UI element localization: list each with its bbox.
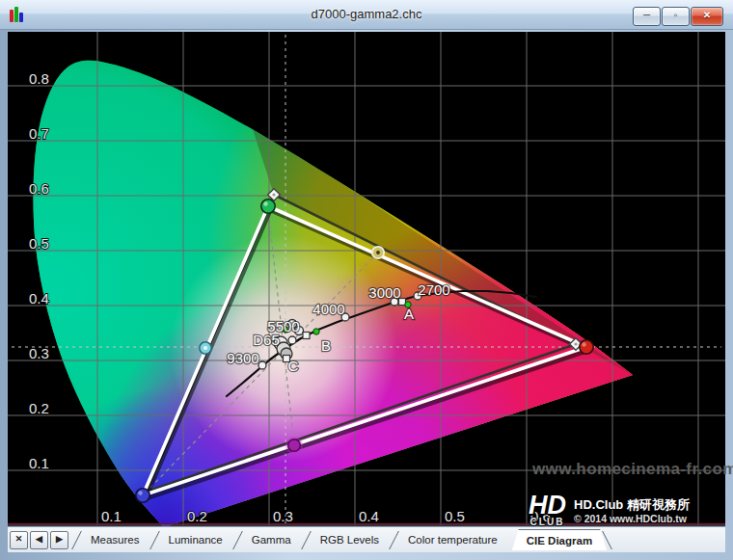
application-window: d7000-gamma2.chc ─ ▫ ✕ [0, 0, 733, 560]
label-illuminant-a: A [404, 306, 414, 322]
label-4000: 4000 [312, 301, 344, 317]
blue-primary-point [136, 489, 149, 502]
magenta-secondary-point [288, 440, 301, 452]
x-tick: 0.5 [445, 508, 465, 524]
tab-close-button[interactable]: ✕ [10, 531, 28, 549]
label-3000: 3000 [368, 284, 400, 301]
tab-color-temperature[interactable]: Color temperature [394, 529, 512, 550]
hd-logo-text: HD [529, 493, 566, 517]
close-button[interactable]: ✕ [691, 7, 723, 26]
x-tick: 0.4 [359, 508, 379, 524]
green-dot-2 [313, 329, 319, 334]
y-tick: 0.1 [29, 455, 49, 471]
cie-diagram-plot: 0.8 0.7 0.6 0.5 0.4 0.3 0.2 0.1 0.1 0.2 … [8, 32, 725, 526]
tab-measures[interactable]: Measures [76, 529, 154, 550]
green-primary-point [261, 200, 275, 213]
tab-cie-diagram[interactable]: CIE Diagram [512, 529, 607, 550]
cie-diagram-svg: 0.8 0.7 0.6 0.5 0.4 0.3 0.2 0.1 0.1 0.2 … [8, 32, 725, 526]
sheet-tabs: Measures Luminance Gamma RGB Levels Colo… [76, 529, 620, 550]
tab-rgb-levels[interactable]: RGB Levels [306, 529, 394, 550]
minimize-button[interactable]: ─ [633, 7, 661, 26]
tab-luminance[interactable]: Luminance [154, 529, 237, 550]
hdclub-logo-lines: HD.Club 精研視務所 © 2014 www.HDClub.tw [574, 493, 690, 524]
marker-5500 [288, 336, 296, 344]
y-tick: 0.3 [29, 345, 49, 361]
x-tick: 0.2 [187, 508, 207, 524]
red-primary-point [580, 340, 593, 354]
reference-green-diamond-dot [272, 193, 275, 196]
label-5500: 5500 [267, 318, 299, 334]
y-tick: 0.8 [29, 70, 49, 87]
reference-red-diamond-dot [574, 342, 577, 345]
sheet-tab-bar: ✕ ◀ ▶ Measures Luminance Gamma RGB Level… [8, 526, 725, 552]
label-2700: 2700 [418, 281, 449, 298]
green-primary-highlight [263, 201, 267, 205]
y-tick: 0.4 [29, 290, 49, 307]
x-tick: 0.1 [101, 508, 122, 524]
homecinema-watermark: www.homecinema-fr.com [532, 460, 733, 479]
label-illuminant-b: B [321, 337, 331, 354]
y-tick: 0.7 [29, 125, 49, 142]
y-tick: 0.6 [29, 180, 49, 197]
red-primary-highlight [582, 342, 585, 346]
label-illuminant-c: C [288, 358, 299, 374]
label-9300: 9300 [227, 350, 258, 366]
y-tick: 0.2 [29, 400, 49, 416]
maximize-button[interactable]: ▫ [662, 7, 690, 26]
illuminant-b-marker [303, 333, 310, 339]
marker-9300 [258, 361, 266, 369]
tab-end-spacer [607, 529, 620, 550]
hdclub-logo-watermark: HD CLUB HD.Club 精研視務所 © 2014 www.HDClub.… [529, 493, 690, 527]
club-logo-text: CLUB [529, 518, 566, 527]
tab-scroll-right-button[interactable]: ▶ [50, 531, 68, 549]
title-bar: d7000-gamma2.chc ─ ▫ ✕ [0, 0, 733, 30]
y-tick: 0.5 [29, 235, 49, 252]
tab-gamma[interactable]: Gamma [237, 529, 306, 550]
blue-primary-highlight [138, 491, 142, 494]
tab-scroll-left-button[interactable]: ◀ [30, 531, 48, 549]
hdclub-copyright: © 2014 www.HDClub.tw [574, 513, 690, 524]
hdclub-logo-mark: HD CLUB [529, 493, 566, 527]
yellow-secondary-dot [376, 251, 380, 254]
cyan-secondary-dot [204, 346, 207, 350]
x-tick: 0.3 [273, 508, 293, 524]
window-title: d7000-gamma2.chc [0, 0, 733, 29]
hdclub-name: HD.Club 精研視務所 [574, 496, 690, 513]
